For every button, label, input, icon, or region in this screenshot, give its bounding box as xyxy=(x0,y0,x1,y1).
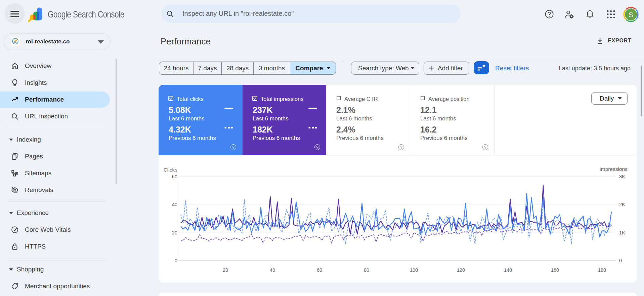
svg-text:S: S xyxy=(629,11,633,18)
